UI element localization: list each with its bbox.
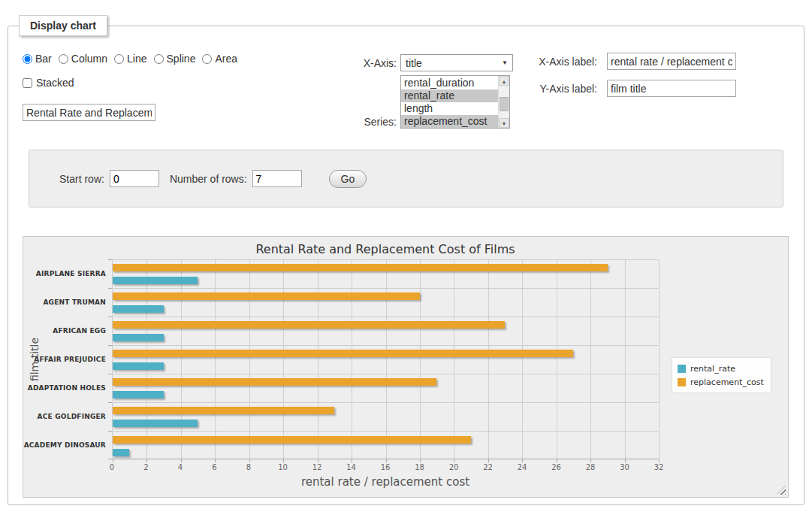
chart-legend: rental_ratereplacement_cost bbox=[672, 357, 771, 393]
category-band bbox=[113, 260, 659, 289]
x-tick-labels: 02468101214161820222426283032 bbox=[112, 463, 659, 474]
x-axis-caption: X-Axis: bbox=[316, 57, 397, 69]
category-band bbox=[113, 403, 659, 432]
chart-type-label-spline: Spline bbox=[167, 53, 196, 65]
y-category-label: ACE GOLDFINGER bbox=[23, 402, 106, 431]
x-tick-label: 22 bbox=[483, 463, 493, 471]
x-tick-label: 26 bbox=[551, 463, 561, 471]
go-button[interactable]: Go bbox=[329, 170, 367, 188]
x-gridline bbox=[659, 260, 660, 459]
chart-type-option-area[interactable]: Area bbox=[202, 53, 237, 65]
category-band bbox=[113, 374, 659, 403]
num-rows-caption: Number of rows: bbox=[170, 173, 247, 185]
chart-controls: BarColumnLineSplineArea Stacked X-Axis: … bbox=[10, 36, 802, 143]
x-tick-label: 16 bbox=[381, 463, 391, 471]
x-tick-label: 4 bbox=[178, 463, 183, 471]
x-tick-label: 6 bbox=[212, 463, 216, 471]
legend-label: rental_rate bbox=[690, 364, 735, 374]
y-category-label: AIRPLANE SIERRA bbox=[23, 259, 106, 288]
bar-replacement_cost[interactable] bbox=[113, 407, 334, 414]
start-row-caption: Start row: bbox=[59, 173, 104, 185]
y-category-label: AFFAIR PREJUDICE bbox=[23, 345, 106, 374]
category-band bbox=[113, 289, 659, 317]
x-tick-label: 14 bbox=[346, 463, 356, 471]
bar-rental_rate[interactable] bbox=[113, 277, 198, 284]
x-axis-label-input[interactable] bbox=[607, 53, 736, 70]
x-tick-label: 18 bbox=[415, 463, 424, 471]
stacked-checkbox[interactable] bbox=[23, 78, 32, 88]
resize-handle-icon[interactable] bbox=[777, 486, 786, 495]
chart-title: Rental Rate and Replacement Cost of Film… bbox=[112, 242, 659, 256]
y-category-label: ACADEMY DINOSAUR bbox=[23, 431, 106, 459]
bar-replacement_cost[interactable] bbox=[113, 436, 471, 444]
legend-item-rental_rate[interactable]: rental_rate bbox=[678, 362, 764, 375]
chart-type-radio-group: BarColumnLineSplineArea bbox=[23, 53, 244, 65]
x-tick-label: 10 bbox=[278, 463, 288, 471]
bar-rental_rate[interactable] bbox=[113, 305, 164, 313]
legend-label: replacement_cost bbox=[690, 377, 764, 387]
bar-rental_rate[interactable] bbox=[113, 334, 164, 341]
chart-type-label-area: Area bbox=[215, 53, 237, 65]
replacement_cost-swatch-icon bbox=[678, 378, 686, 386]
x-tick-label: 32 bbox=[654, 463, 664, 471]
bar-replacement_cost[interactable] bbox=[113, 378, 436, 386]
category-band bbox=[113, 432, 659, 460]
stacked-label: Stacked bbox=[36, 77, 74, 89]
y-category-label: AGENT TRUMAN bbox=[23, 288, 106, 317]
x-tick-label: 2 bbox=[143, 463, 148, 471]
chart-type-option-spline[interactable]: Spline bbox=[154, 53, 196, 65]
y-category-label: AFRICAN EGG bbox=[23, 317, 106, 345]
stacked-checkbox-label[interactable]: Stacked bbox=[23, 77, 74, 89]
bar-replacement_cost[interactable] bbox=[113, 264, 608, 271]
chart-type-radio-column[interactable] bbox=[59, 54, 68, 64]
chart-type-radio-line[interactable] bbox=[114, 54, 124, 64]
category-band bbox=[113, 317, 659, 346]
start-row-input[interactable] bbox=[110, 170, 159, 187]
rental_rate-swatch-icon bbox=[678, 365, 686, 373]
legend-item-replacement_cost[interactable]: replacement_cost bbox=[678, 375, 764, 389]
x-tick-label: 24 bbox=[518, 463, 527, 471]
chart-type-option-line[interactable]: Line bbox=[114, 53, 146, 65]
series-option-length[interactable]: length bbox=[401, 102, 498, 115]
chart-container: Rental Rate and Replacement Cost of Film… bbox=[23, 236, 789, 498]
scroll-down-icon[interactable]: ▼ bbox=[499, 118, 509, 128]
x-tick-label: 12 bbox=[312, 463, 322, 471]
x-axis-title: rental rate / replacement cost bbox=[112, 475, 659, 489]
chart-type-radio-spline[interactable] bbox=[154, 54, 164, 64]
panel-title: Display chart bbox=[19, 15, 107, 36]
x-tick-mark bbox=[659, 459, 660, 462]
bar-replacement_cost[interactable] bbox=[113, 292, 420, 300]
scrollbar-thumb[interactable] bbox=[500, 97, 509, 111]
category-band bbox=[113, 346, 659, 374]
y-category-label: ADAPTATION HOLES bbox=[23, 374, 106, 402]
bar-rental_rate[interactable] bbox=[113, 391, 164, 398]
series-option-replacement_cost[interactable]: replacement_cost bbox=[401, 115, 498, 128]
y-category-labels: AIRPLANE SIERRAAGENT TRUMANAFRICAN EGGAF… bbox=[23, 259, 112, 459]
x-tick-label: 0 bbox=[110, 463, 114, 471]
bar-rental_rate[interactable] bbox=[113, 420, 198, 427]
x-tick-label: 30 bbox=[620, 463, 629, 471]
chart-type-radio-area[interactable] bbox=[202, 54, 212, 64]
chart-type-label-bar: Bar bbox=[35, 53, 52, 65]
x-tick-label: 8 bbox=[246, 463, 251, 471]
chart-type-option-bar[interactable]: Bar bbox=[23, 53, 52, 65]
bar-rental_rate[interactable] bbox=[113, 449, 129, 456]
x-tick-label: 20 bbox=[449, 463, 459, 471]
rows-panel: Start row: Number of rows: Go bbox=[29, 150, 783, 208]
bar-replacement_cost[interactable] bbox=[113, 321, 505, 329]
plot-area bbox=[112, 259, 659, 459]
series-caption: Series: bbox=[316, 116, 397, 128]
chart-title-input[interactable] bbox=[23, 104, 155, 121]
y-axis-label-caption: Y-Axis label: bbox=[475, 83, 597, 95]
chart-type-label-line: Line bbox=[127, 53, 146, 65]
bar-replacement_cost[interactable] bbox=[113, 350, 573, 357]
x-tick-label: 28 bbox=[586, 463, 596, 471]
bar-rental_rate[interactable] bbox=[113, 362, 164, 370]
display-chart-fieldset: Display chart BarColumnLineSplineArea St… bbox=[8, 15, 804, 505]
num-rows-input[interactable] bbox=[252, 170, 302, 187]
chart-type-label-column: Column bbox=[71, 53, 107, 65]
chart-type-option-column[interactable]: Column bbox=[59, 53, 107, 65]
chart-type-radio-bar[interactable] bbox=[23, 54, 32, 64]
y-axis-label-input[interactable] bbox=[607, 80, 736, 97]
x-axis-label-caption: X-Axis label: bbox=[475, 56, 597, 68]
